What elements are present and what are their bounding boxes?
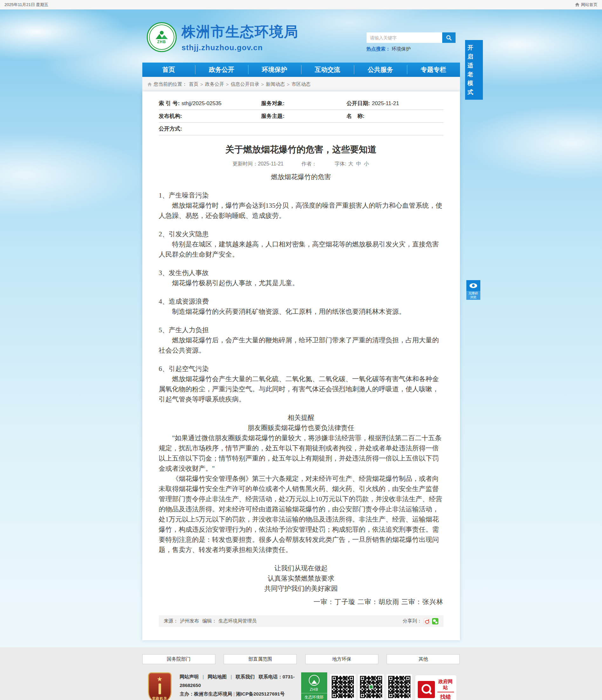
- editor-label: 编辑：: [202, 618, 217, 623]
- accessibility-label-1: 无障碍: [466, 292, 480, 295]
- qr-code-1: [330, 674, 355, 700]
- home-link-label: 网站首页: [581, 2, 598, 8]
- nav-item-interaction[interactable]: 互动交流: [301, 62, 354, 77]
- error-badge-line1: 政府网站: [437, 679, 454, 692]
- footer-right-group: ZHB 生态环境部 政府网站 找错: [301, 672, 457, 700]
- section-heading: 5、产生人力负担: [159, 325, 444, 335]
- footer-select-local-env[interactable]: 地方环保: [305, 654, 378, 664]
- publish-org-label: 发布机构:: [159, 113, 182, 119]
- footer-link-contact[interactable]: 联系我们: [236, 674, 255, 679]
- search-icon: [446, 35, 452, 41]
- footer-select-ministry[interactable]: 部直属范围: [224, 654, 297, 664]
- source-label: 来源：: [164, 618, 178, 623]
- search-button[interactable]: [442, 32, 455, 43]
- share-weibo-icon[interactable]: [424, 618, 430, 624]
- nav-item-env-protect[interactable]: 环境保护: [248, 62, 301, 77]
- eco-name: 生态环境部: [301, 693, 327, 700]
- breadcrumb-item-city-news[interactable]: 市区动态: [292, 81, 311, 88]
- article-meta-line: 更新时间：2025-11-21 作者： 字体: 大 中 小: [159, 161, 444, 167]
- footer-link-statement[interactable]: 网站声明: [180, 674, 199, 679]
- qr-code-3: [386, 674, 412, 700]
- publish-date-value: 2025-11-21: [372, 100, 399, 106]
- section-heading: 3、发生伤人事故: [159, 268, 444, 278]
- source-bar: 来源：泸州发布 编辑：生态环境局管理员 分享到：: [159, 615, 444, 627]
- font-size-small-button[interactable]: 小: [364, 161, 369, 167]
- document-meta-table: 索 引 号:sthjj/2025-02535 服务对象: 公开日期:2025-1…: [159, 97, 444, 135]
- service-object-label: 服务对象:: [261, 100, 285, 106]
- section-body: 制造烟花爆竹的火药要消耗矿物资源、化工原料，用的纸张也要消耗林木资源。: [159, 306, 444, 317]
- font-size-label: 字体:: [334, 161, 346, 167]
- article-section: 5、产生人力负担 燃放烟花爆竹后，会产生大量的鞭炮碎屑，给环卫部门带来了严重的清…: [159, 325, 444, 355]
- search-input[interactable]: [367, 32, 442, 43]
- search-zone: 热点搜索： 环境保护: [367, 32, 455, 52]
- accessibility-label-2: 浏览: [466, 295, 480, 299]
- article-panel: 索 引 号:sthjj/2025-02535 服务对象: 公开日期:2025-1…: [142, 92, 460, 640]
- share-wechat-icon[interactable]: [432, 618, 438, 624]
- footer-select-other[interactable]: 其他: [386, 654, 460, 664]
- breadcrumb-item-info-catalog[interactable]: 信息公开目录: [231, 81, 259, 88]
- breadcrumb-label: 您当前的位置：: [154, 81, 187, 88]
- environment-bureau-logo-icon: ZHB: [147, 22, 177, 52]
- nav-item-gov-info[interactable]: 政务公开: [195, 62, 248, 77]
- sky-background: ZHB 株洲市生态环境局 sthjj.zhuzhou.gov.cn: [0, 9, 602, 647]
- reminder-subtitle: 朋友圈贩卖烟花爆竹也要负法律责任: [159, 423, 444, 433]
- breadcrumb-separator: >: [261, 82, 264, 87]
- nav-item-public-service[interactable]: 公共服务: [354, 62, 407, 77]
- breadcrumb-item-home[interactable]: 首页: [189, 81, 199, 88]
- accessibility-widget[interactable]: 无障碍 浏览: [466, 280, 480, 300]
- footer-select-state-council[interactable]: 国务院部门: [142, 654, 216, 664]
- breadcrumb: 您当前的位置： 首页 > 政务公开 > 信息公开目录 > 新闻动态 > 市区动态: [142, 77, 460, 92]
- index-number-label: 索 引 号:: [159, 100, 180, 106]
- logo-abbr: ZHB: [157, 40, 166, 44]
- site-brand[interactable]: ZHB 株洲市生态环境局 sthjj.zhuzhou.gov.cn: [147, 22, 299, 52]
- eco-emblem-icon: [309, 675, 320, 686]
- article-section: 2、引发火灾隐患 特别是在城区，建筑越来越高，人口相对密集，高空烟花等的燃放极易…: [159, 229, 444, 259]
- nav-item-home[interactable]: 首页: [142, 62, 195, 77]
- party-gov-badge-icon[interactable]: ★ 党政机关: [148, 672, 172, 700]
- section-body: 烟花爆竹极易引起伤人事故，尤其是儿童。: [159, 278, 444, 288]
- article-subtitle: 燃放烟花爆竹的危害: [159, 172, 444, 182]
- footer-icp[interactable]: 湘ICP备2025127691号: [236, 691, 285, 697]
- breadcrumb-separator: >: [226, 82, 229, 87]
- name-label: 名 称:: [347, 113, 365, 119]
- gov-site-error-report-badge[interactable]: 政府网站 找错: [415, 675, 457, 700]
- site-header: ZHB 株洲市生态环境局 sthjj.zhuzhou.gov.cn: [142, 9, 460, 62]
- meta-row-1: 索 引 号:sthjj/2025-02535 服务对象: 公开日期:2025-1…: [159, 97, 444, 110]
- hot-search-keyword[interactable]: 环境保护: [392, 46, 411, 51]
- elder-mode-button[interactable]: 开启 适老 模式: [465, 40, 483, 100]
- reminder-paragraph-1: "如果通过微信朋友圈贩卖烟花爆竹的量较大，将涉嫌非法经营罪，根据刑法第二百二十五…: [159, 433, 444, 474]
- index-number-value: sthjj/2025-02535: [182, 100, 222, 106]
- font-size-medium-button[interactable]: 中: [356, 161, 361, 167]
- source-value: 泸州发布: [180, 618, 199, 623]
- article-title: 关于燃放烟花爆竹的危害，这些要知道: [159, 144, 444, 156]
- breadcrumb-home-icon: [147, 82, 152, 86]
- section-body: 燃放烟花爆竹后，会产生大量的鞭炮碎屑，给环卫部门带来了严重的清理负担，占用大量的…: [159, 335, 444, 355]
- reminder-title: 相关提醒: [159, 412, 444, 423]
- top-bar: 2025年11月21日 星期五 网站首页: [0, 0, 602, 9]
- closing-lines: 让我们从现在做起 认真落实禁燃禁放要求 共同守护我们的美好家园: [159, 563, 444, 594]
- eye-icon: [470, 283, 477, 288]
- meta-row-3: 公开方式:: [159, 123, 444, 135]
- footer-link-sitemap[interactable]: 网站地图: [208, 674, 227, 679]
- footer-text-block: 网站声明 | 网站地图 | 联系我们 联系电话：0731-28682650 主办…: [180, 672, 301, 700]
- breadcrumb-item-news[interactable]: 新闻动态: [266, 81, 285, 88]
- section-heading: 6、引起空气污染: [159, 364, 444, 374]
- service-topic-label: 服务主题:: [261, 113, 285, 119]
- author-label: 作者：: [301, 161, 317, 167]
- section-body: 燃放烟花爆竹时，爆竹声会达到135分贝，高强度的噪音严重损害人的听力和心血管系统…: [159, 200, 444, 221]
- closing-line: 认真落实禁燃禁放要求: [159, 573, 444, 583]
- updated-date: 2025-11-21: [258, 161, 284, 167]
- ministry-eco-env-logo[interactable]: ZHB 生态环境部: [301, 672, 327, 700]
- qr-code-2: [358, 674, 384, 700]
- site-title: 株洲市生态环境局: [182, 23, 299, 41]
- breadcrumb-item-gov-info[interactable]: 政务公开: [205, 81, 224, 88]
- article-section: 1、产生噪音污染 燃放烟花爆竹时，爆竹声会达到135分贝，高强度的噪音严重损害人…: [159, 190, 444, 221]
- closing-line: 共同守护我们的美好家园: [159, 583, 444, 594]
- home-link[interactable]: 网站首页: [575, 2, 598, 8]
- footer-host: 主办：株洲市生态环境局: [180, 691, 232, 697]
- article-section: 4、造成资源浪费 制造烟花爆竹的火药要消耗矿物资源、化工原料，用的纸张也要消耗林…: [159, 296, 444, 317]
- nav-item-special-topics[interactable]: 专题专栏: [407, 62, 460, 77]
- brand-text: 株洲市生态环境局 sthjj.zhuzhou.gov.cn: [182, 23, 299, 52]
- section-heading: 2、引发火灾隐患: [159, 229, 444, 239]
- font-size-large-button[interactable]: 大: [348, 161, 353, 167]
